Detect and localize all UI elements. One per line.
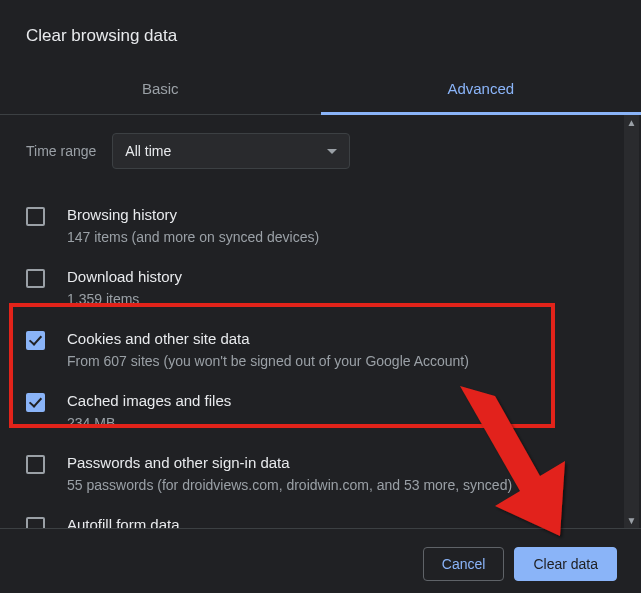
item-sub: From 607 sites (you won't be signed out …: [67, 351, 469, 372]
item-sub: 147 items (and more on synced devices): [67, 227, 319, 248]
dialog-title: Clear browsing data: [0, 0, 641, 46]
scrollbar-up-icon[interactable]: ▲: [624, 115, 639, 130]
item-passwords: Passwords and other sign-in data 55 pass…: [26, 443, 600, 505]
item-sub: 1,359 items: [67, 289, 182, 310]
item-title: Download history: [67, 266, 182, 287]
item-cookies: Cookies and other site data From 607 sit…: [26, 319, 600, 381]
tab-strip: Basic Advanced: [0, 66, 641, 115]
dialog-body: Time range All time Browsing history 147…: [0, 115, 641, 529]
checkbox-cached[interactable]: [26, 393, 45, 412]
dialog-footer: Cancel Clear data: [0, 529, 641, 581]
checkbox-cookies[interactable]: [26, 331, 45, 350]
tab-basic[interactable]: Basic: [0, 66, 321, 114]
item-sub: 55 passwords (for droidviews.com, droidw…: [67, 475, 512, 496]
time-range-value: All time: [125, 143, 171, 159]
scrollbar-down-icon[interactable]: ▼: [624, 513, 639, 528]
item-browsing-history: Browsing history 147 items (and more on …: [26, 195, 600, 257]
item-title: Browsing history: [67, 204, 319, 225]
chevron-down-icon: [327, 149, 337, 154]
cancel-button[interactable]: Cancel: [423, 547, 505, 581]
item-download-history: Download history 1,359 items: [26, 257, 600, 319]
item-cached: Cached images and files 234 MB: [26, 381, 600, 443]
item-title: Cached images and files: [67, 390, 231, 411]
checkbox-download-history[interactable]: [26, 269, 45, 288]
item-sub: 234 MB: [67, 413, 231, 434]
item-title: Autofill form data: [67, 514, 180, 528]
tab-advanced[interactable]: Advanced: [321, 66, 642, 115]
checkbox-passwords[interactable]: [26, 455, 45, 474]
item-title: Cookies and other site data: [67, 328, 469, 349]
clear-data-button[interactable]: Clear data: [514, 547, 617, 581]
scrollbar[interactable]: ▲ ▼: [624, 115, 639, 528]
time-range-label: Time range: [26, 143, 96, 159]
item-title: Passwords and other sign-in data: [67, 452, 512, 473]
checkbox-autofill[interactable]: [26, 517, 45, 528]
clear-browsing-data-dialog: Clear browsing data Basic Advanced Time …: [0, 0, 641, 593]
item-autofill: Autofill form data: [26, 505, 600, 528]
time-range-select[interactable]: All time: [112, 133, 350, 169]
time-range-row: Time range All time: [26, 133, 600, 169]
checkbox-browsing-history[interactable]: [26, 207, 45, 226]
